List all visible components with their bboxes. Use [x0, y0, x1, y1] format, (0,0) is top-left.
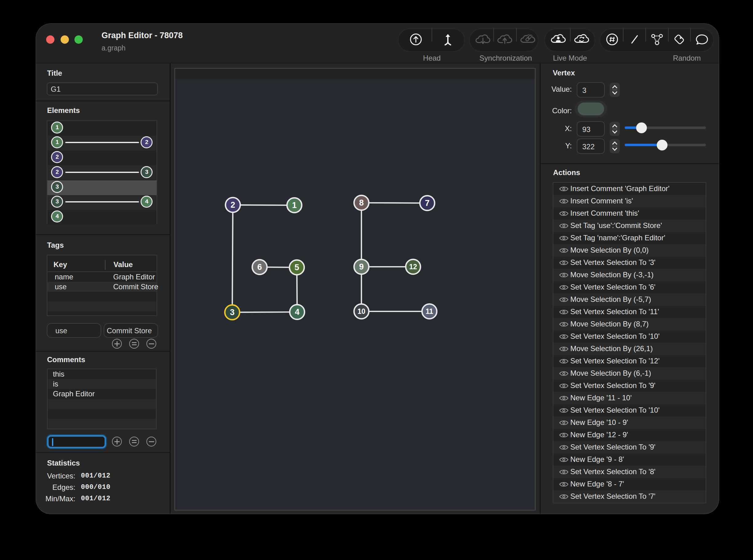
svg-text:1: 1: [292, 201, 297, 210]
svg-text:12: 12: [409, 263, 417, 271]
svg-text:6: 6: [257, 262, 262, 272]
svg-text:3: 3: [230, 308, 235, 317]
svg-text:4: 4: [295, 307, 299, 317]
svg-text:9: 9: [359, 262, 364, 272]
svg-text:2: 2: [230, 200, 235, 209]
svg-text:5: 5: [294, 263, 299, 272]
svg-text:8: 8: [359, 198, 364, 207]
svg-text:10: 10: [358, 307, 365, 315]
svg-text:11: 11: [426, 307, 433, 315]
svg-text:7: 7: [425, 198, 429, 208]
